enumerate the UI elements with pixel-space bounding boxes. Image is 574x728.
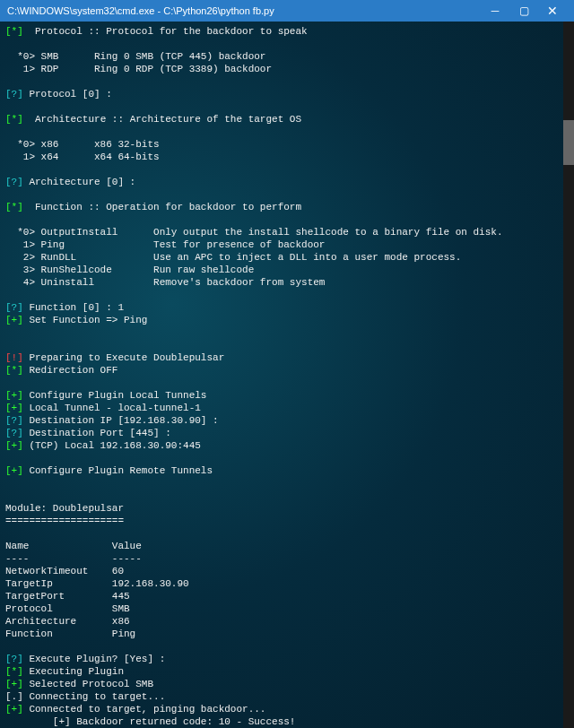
terminal-line: *0> SMB Ring 0 SMB (TCP 445) backdoor: [5, 50, 569, 63]
terminal-line: [+] Local Tunnel - local-tunnel-1: [5, 402, 569, 414]
terminal-line: [5, 326, 569, 339]
terminal-line: 1> RDP Ring 0 RDP (TCP 3389) backdoor: [5, 63, 569, 75]
terminal-line: [5, 477, 569, 490]
terminal-line: [*] Architecture :: Architecture of the …: [5, 113, 569, 126]
terminal-line: 2> RunDLL Use an APC to inject a DLL int…: [5, 251, 569, 264]
terminal-line: [!] Preparing to Execute Doublepulsar: [5, 351, 569, 364]
terminal-line: *0> x86 x86 32-bits: [5, 138, 569, 151]
maximize-button[interactable]: ▢: [509, 0, 538, 22]
terminal-line: ====================: [5, 515, 569, 527]
minimize-button[interactable]: ─: [481, 0, 509, 22]
terminal-line: [.] Connecting to target...: [5, 690, 569, 703]
terminal-line: [*] Protocol :: Protocol for the backdoo…: [5, 25, 569, 38]
terminal-line: [5, 100, 569, 113]
terminal-line: TargetPort 445: [5, 590, 569, 602]
terminal-line: [+] Connected to target, pinging backdoo…: [5, 703, 569, 715]
terminal-line: [?] Destination Port [445] :: [5, 427, 569, 439]
terminal-line: 1> Ping Test for presence of backdoor: [5, 238, 569, 251]
terminal-line: [5, 640, 569, 653]
terminal-line: [+] Selected Protocol SMB: [5, 678, 569, 690]
terminal-line: [5, 527, 569, 540]
terminal-line: TargetIp 192.168.30.90: [5, 577, 569, 590]
terminal-line: [+] Configure Plugin Remote Tunnels: [5, 464, 569, 477]
terminal-line: [+] (TCP) Local 192.168.30.90:445: [5, 439, 569, 452]
terminal-line: Module: Doublepulsar: [5, 502, 569, 515]
window-controls: ─ ▢ ✕: [481, 0, 567, 22]
terminal-line: [5, 452, 569, 464]
terminal-line: [?] Protocol [0] :: [5, 88, 569, 100]
terminal-line: [+] Backdoor returned code: 10 - Success…: [5, 715, 569, 728]
terminal-line: 3> RunShellcode Run raw shellcode: [5, 264, 569, 276]
terminal-line: [5, 75, 569, 88]
terminal-line: [?] Execute Plugin? [Yes] :: [5, 653, 569, 665]
terminal-line: 4> Uninstall Remove's backdoor from syst…: [5, 276, 569, 289]
terminal-line: Function Ping: [5, 628, 569, 640]
close-button[interactable]: ✕: [538, 0, 567, 22]
terminal-line: ---- -----: [5, 552, 569, 565]
terminal-line: [5, 163, 569, 176]
terminal-line: [?] Destination IP [192.168.30.90] :: [5, 414, 569, 427]
terminal-line: [5, 289, 569, 301]
terminal-line: [?] Function [0] : 1: [5, 301, 569, 314]
terminal-line: [5, 126, 569, 138]
terminal-line: NetworkTimeout 60: [5, 565, 569, 577]
terminal-output: [*] Protocol :: Protocol for the backdoo…: [0, 22, 574, 728]
terminal-line: [5, 188, 569, 201]
terminal-line: [+] Configure Plugin Local Tunnels: [5, 389, 569, 402]
terminal-line: [+] Set Function => Ping: [5, 314, 569, 326]
terminal-line: 1> x64 x64 64-bits: [5, 151, 569, 163]
terminal-line: [5, 38, 569, 50]
terminal-line: [*] Executing Plugin: [5, 665, 569, 678]
vertical-scrollbar[interactable]: [563, 22, 574, 728]
terminal-line: Protocol SMB: [5, 602, 569, 615]
scrollbar-thumb[interactable]: [563, 120, 574, 165]
window-titlebar: C:\WINDOWS\system32\cmd.exe - C:\Python2…: [0, 0, 574, 22]
terminal-line: *0> OutputInstall Only output the instal…: [5, 226, 569, 238]
terminal-line: [5, 213, 569, 226]
terminal-line: [5, 490, 569, 502]
terminal-line: Architecture x86: [5, 615, 569, 628]
terminal-line: [*] Function :: Operation for backdoor t…: [5, 201, 569, 213]
terminal-line: Name Value: [5, 540, 569, 552]
terminal-line: [?] Architecture [0] :: [5, 176, 569, 188]
terminal-line: [5, 339, 569, 351]
terminal-line: [*] Redirection OFF: [5, 364, 569, 377]
terminal-line: [5, 377, 569, 389]
window-title: C:\WINDOWS\system32\cmd.exe - C:\Python2…: [7, 5, 481, 16]
